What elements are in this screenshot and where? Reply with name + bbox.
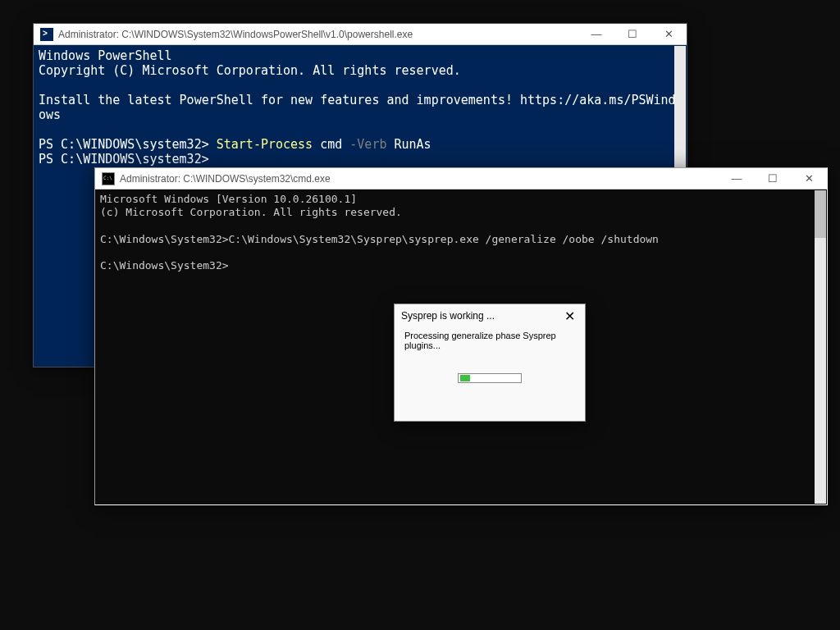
cmd-prompt-2: C:\Windows\System32> bbox=[100, 259, 229, 272]
close-icon[interactable]: ✕ bbox=[561, 308, 578, 324]
ps-cmdlet: Start-Process bbox=[217, 137, 313, 152]
ps-arg1: cmd bbox=[320, 137, 342, 152]
cmd-scrollbar-thumb[interactable] bbox=[815, 190, 826, 238]
sysprep-progressbar bbox=[458, 373, 522, 383]
maximize-button[interactable]: ☐ bbox=[614, 24, 651, 44]
cmd-titlebar[interactable]: Administrator: C:\WINDOWS\system32\cmd.e… bbox=[95, 168, 827, 189]
ps-banner-1: Windows PowerShell bbox=[39, 48, 172, 63]
cmd-prompt-1: C:\Windows\System32> bbox=[100, 233, 229, 245]
ps-prompt-1: PS C:\WINDOWS\system32> bbox=[39, 137, 217, 152]
powershell-titlebar[interactable]: Administrator: C:\WINDOWS\System32\Windo… bbox=[34, 24, 687, 45]
sysprep-message: Processing generalize phase Sysprep plug… bbox=[404, 331, 575, 350]
cmd-console[interactable]: Microsoft Windows [Version 10.0.26100.1]… bbox=[95, 189, 827, 276]
ps-arg2: RunAs bbox=[395, 137, 431, 152]
ps-param: -Verb bbox=[349, 137, 386, 152]
sysprep-progress-fill bbox=[460, 375, 470, 381]
minimize-button[interactable]: — bbox=[719, 168, 755, 189]
cmd-command: C:\Windows\System32\Sysprep\sysprep.exe … bbox=[229, 233, 659, 245]
ps-prompt-2: PS C:\WINDOWS\system32> bbox=[39, 152, 209, 167]
cmd-scrollbar[interactable] bbox=[815, 190, 826, 504]
sysprep-header[interactable]: Sysprep is working ... ✕ bbox=[395, 304, 585, 327]
close-button[interactable]: ✕ bbox=[791, 168, 827, 189]
cmd-icon bbox=[102, 172, 115, 185]
sysprep-title: Sysprep is working ... bbox=[401, 310, 561, 322]
powershell-window-controls: — ☐ ✕ bbox=[578, 24, 687, 44]
maximize-button[interactable]: ☐ bbox=[755, 168, 791, 189]
sysprep-dialog: Sysprep is working ... ✕ Processing gene… bbox=[394, 304, 586, 422]
sysprep-body: Processing generalize phase Sysprep plug… bbox=[395, 327, 585, 383]
powershell-console[interactable]: Windows PowerShell Copyright (C) Microso… bbox=[34, 45, 687, 170]
minimize-button[interactable]: — bbox=[578, 24, 614, 44]
close-button[interactable]: ✕ bbox=[651, 24, 687, 44]
powershell-title: Administrator: C:\WINDOWS\System32\Windo… bbox=[58, 29, 578, 40]
cmd-title: Administrator: C:\WINDOWS\system32\cmd.e… bbox=[120, 173, 719, 185]
cmd-window-controls: — ☐ ✕ bbox=[719, 168, 827, 189]
ps-banner-2: Copyright (C) Microsoft Corporation. All… bbox=[39, 63, 461, 78]
cmd-copyright: (c) Microsoft Corporation. All rights re… bbox=[100, 206, 402, 218]
ps-install-msg: Install the latest PowerShell for new fe… bbox=[39, 93, 676, 122]
cmd-version: Microsoft Windows [Version 10.0.26100.1] bbox=[100, 193, 357, 205]
powershell-icon bbox=[40, 28, 53, 41]
